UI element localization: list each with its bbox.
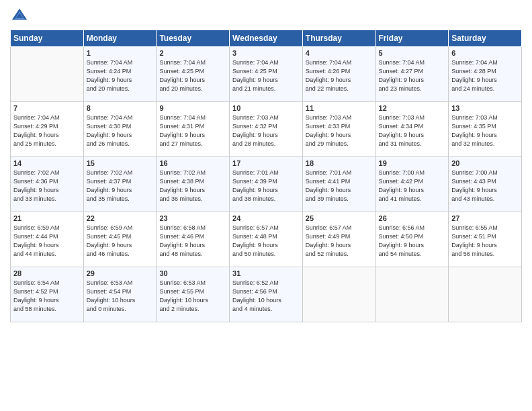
calendar-cell: 14Sunrise: 7:02 AM Sunset: 4:36 PM Dayli… <box>11 157 84 212</box>
calendar-cell: 10Sunrise: 7:03 AM Sunset: 4:32 PM Dayli… <box>230 102 303 157</box>
weekday-header: Sunday <box>11 30 84 47</box>
day-number: 5 <box>379 49 446 57</box>
calendar-cell <box>11 47 84 102</box>
calendar-week-row: 7Sunrise: 7:04 AM Sunset: 4:29 PM Daylig… <box>11 102 522 157</box>
day-info: Sunrise: 6:57 AM Sunset: 4:48 PM Dayligh… <box>232 224 300 259</box>
weekday-header: Wednesday <box>230 30 303 47</box>
day-info: Sunrise: 7:04 AM Sunset: 4:26 PM Dayligh… <box>306 58 373 93</box>
calendar-container: SundayMondayTuesdayWednesdayThursdayFrid… <box>0 0 532 411</box>
calendar-cell: 27Sunrise: 6:55 AM Sunset: 4:51 PM Dayli… <box>449 212 522 267</box>
day-info: Sunrise: 6:58 AM Sunset: 4:46 PM Dayligh… <box>159 224 226 259</box>
calendar-table: SundayMondayTuesdayWednesdayThursdayFrid… <box>10 30 522 322</box>
weekday-header: Tuesday <box>157 30 230 47</box>
day-number: 3 <box>232 49 300 57</box>
day-number: 19 <box>379 159 446 167</box>
calendar-cell: 30Sunrise: 6:53 AM Sunset: 4:55 PM Dayli… <box>157 267 230 322</box>
day-number: 23 <box>159 214 226 222</box>
day-info: Sunrise: 6:53 AM Sunset: 4:54 PM Dayligh… <box>87 279 154 314</box>
calendar-week-row: 1Sunrise: 7:04 AM Sunset: 4:24 PM Daylig… <box>11 47 522 102</box>
day-info: Sunrise: 7:04 AM Sunset: 4:27 PM Dayligh… <box>379 58 446 93</box>
calendar-cell: 31Sunrise: 6:52 AM Sunset: 4:56 PM Dayli… <box>230 267 303 322</box>
day-number: 31 <box>232 269 300 277</box>
calendar-cell: 24Sunrise: 6:57 AM Sunset: 4:48 PM Dayli… <box>230 212 303 267</box>
day-info: Sunrise: 6:59 AM Sunset: 4:44 PM Dayligh… <box>13 224 81 259</box>
calendar-cell: 9Sunrise: 7:04 AM Sunset: 4:31 PM Daylig… <box>157 102 230 157</box>
calendar-cell: 25Sunrise: 6:57 AM Sunset: 4:49 PM Dayli… <box>302 212 375 267</box>
day-info: Sunrise: 7:04 AM Sunset: 4:24 PM Dayligh… <box>87 58 154 93</box>
day-number: 27 <box>451 214 519 222</box>
day-number: 10 <box>232 104 300 112</box>
calendar-cell: 28Sunrise: 6:54 AM Sunset: 4:52 PM Dayli… <box>11 267 84 322</box>
calendar-cell: 6Sunrise: 7:04 AM Sunset: 4:28 PM Daylig… <box>449 47 522 102</box>
calendar-cell: 13Sunrise: 7:03 AM Sunset: 4:35 PM Dayli… <box>449 102 522 157</box>
calendar-cell: 15Sunrise: 7:02 AM Sunset: 4:37 PM Dayli… <box>83 157 157 212</box>
day-info: Sunrise: 7:02 AM Sunset: 4:37 PM Dayligh… <box>87 169 154 203</box>
day-number: 24 <box>232 214 300 222</box>
calendar-cell: 23Sunrise: 6:58 AM Sunset: 4:46 PM Dayli… <box>157 212 230 267</box>
weekday-header: Monday <box>83 30 157 47</box>
day-number: 14 <box>13 159 81 167</box>
day-number: 22 <box>87 214 154 222</box>
day-number: 18 <box>306 159 373 167</box>
day-number: 1 <box>87 49 154 57</box>
day-info: Sunrise: 6:53 AM Sunset: 4:55 PM Dayligh… <box>159 279 226 314</box>
day-number: 21 <box>13 214 81 222</box>
day-info: Sunrise: 7:00 AM Sunset: 4:42 PM Dayligh… <box>379 169 446 203</box>
day-info: Sunrise: 7:03 AM Sunset: 4:32 PM Dayligh… <box>232 113 300 148</box>
calendar-cell: 22Sunrise: 6:59 AM Sunset: 4:45 PM Dayli… <box>83 212 157 267</box>
day-info: Sunrise: 6:54 AM Sunset: 4:52 PM Dayligh… <box>13 279 81 314</box>
day-number: 2 <box>159 49 226 57</box>
day-info: Sunrise: 6:57 AM Sunset: 4:49 PM Dayligh… <box>306 224 373 259</box>
calendar-week-row: 21Sunrise: 6:59 AM Sunset: 4:44 PM Dayli… <box>11 212 522 267</box>
calendar-week-row: 14Sunrise: 7:02 AM Sunset: 4:36 PM Dayli… <box>11 157 522 212</box>
day-info: Sunrise: 7:02 AM Sunset: 4:38 PM Dayligh… <box>159 169 226 203</box>
header <box>10 7 522 26</box>
calendar-cell <box>302 267 375 322</box>
day-info: Sunrise: 7:04 AM Sunset: 4:25 PM Dayligh… <box>159 58 226 93</box>
calendar-cell: 8Sunrise: 7:04 AM Sunset: 4:30 PM Daylig… <box>83 102 157 157</box>
day-info: Sunrise: 6:55 AM Sunset: 4:51 PM Dayligh… <box>451 224 519 259</box>
day-info: Sunrise: 7:04 AM Sunset: 4:28 PM Dayligh… <box>451 58 519 93</box>
day-info: Sunrise: 7:04 AM Sunset: 4:30 PM Dayligh… <box>87 113 154 148</box>
weekday-header: Saturday <box>449 30 522 47</box>
day-number: 9 <box>159 104 226 112</box>
day-info: Sunrise: 6:59 AM Sunset: 4:45 PM Dayligh… <box>87 224 154 259</box>
calendar-cell: 21Sunrise: 6:59 AM Sunset: 4:44 PM Dayli… <box>11 212 84 267</box>
day-number: 30 <box>159 269 226 277</box>
day-info: Sunrise: 7:01 AM Sunset: 4:41 PM Dayligh… <box>306 169 373 203</box>
day-info: Sunrise: 7:00 AM Sunset: 4:43 PM Dayligh… <box>451 169 519 203</box>
day-info: Sunrise: 7:03 AM Sunset: 4:35 PM Dayligh… <box>451 113 519 148</box>
logo-icon <box>10 7 29 26</box>
calendar-cell: 12Sunrise: 7:03 AM Sunset: 4:34 PM Dayli… <box>375 102 449 157</box>
day-number: 4 <box>306 49 373 57</box>
calendar-cell: 17Sunrise: 7:01 AM Sunset: 4:39 PM Dayli… <box>230 157 303 212</box>
calendar-cell <box>375 267 449 322</box>
day-number: 7 <box>13 104 81 112</box>
day-number: 13 <box>451 104 519 112</box>
day-number: 12 <box>379 104 446 112</box>
weekday-header-row: SundayMondayTuesdayWednesdayThursdayFrid… <box>11 30 522 47</box>
calendar-week-row: 28Sunrise: 6:54 AM Sunset: 4:52 PM Dayli… <box>11 267 522 322</box>
calendar-cell: 3Sunrise: 7:04 AM Sunset: 4:25 PM Daylig… <box>230 47 303 102</box>
calendar-cell: 1Sunrise: 7:04 AM Sunset: 4:24 PM Daylig… <box>83 47 157 102</box>
calendar-cell: 5Sunrise: 7:04 AM Sunset: 4:27 PM Daylig… <box>375 47 449 102</box>
weekday-header: Friday <box>375 30 449 47</box>
day-number: 8 <box>87 104 154 112</box>
day-number: 15 <box>87 159 154 167</box>
weekday-header: Thursday <box>302 30 375 47</box>
calendar-cell: 29Sunrise: 6:53 AM Sunset: 4:54 PM Dayli… <box>83 267 157 322</box>
day-number: 16 <box>159 159 226 167</box>
calendar-cell: 26Sunrise: 6:56 AM Sunset: 4:50 PM Dayli… <box>375 212 449 267</box>
day-info: Sunrise: 7:01 AM Sunset: 4:39 PM Dayligh… <box>232 169 300 203</box>
calendar-body: 1Sunrise: 7:04 AM Sunset: 4:24 PM Daylig… <box>11 47 522 322</box>
day-info: Sunrise: 7:04 AM Sunset: 4:29 PM Dayligh… <box>13 113 81 148</box>
calendar-cell: 7Sunrise: 7:04 AM Sunset: 4:29 PM Daylig… <box>11 102 84 157</box>
day-number: 6 <box>451 49 519 57</box>
day-number: 20 <box>451 159 519 167</box>
calendar-cell: 16Sunrise: 7:02 AM Sunset: 4:38 PM Dayli… <box>157 157 230 212</box>
day-number: 29 <box>87 269 154 277</box>
day-info: Sunrise: 7:03 AM Sunset: 4:33 PM Dayligh… <box>306 113 373 148</box>
day-info: Sunrise: 6:52 AM Sunset: 4:56 PM Dayligh… <box>232 279 300 314</box>
day-info: Sunrise: 6:56 AM Sunset: 4:50 PM Dayligh… <box>379 224 446 259</box>
calendar-cell: 2Sunrise: 7:04 AM Sunset: 4:25 PM Daylig… <box>157 47 230 102</box>
